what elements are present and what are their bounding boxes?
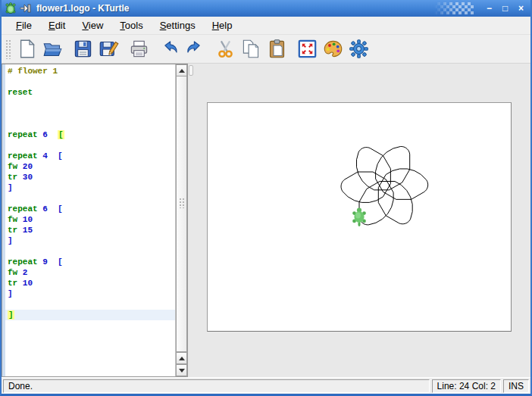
code-line[interactable]: fw 10 [5, 214, 175, 225]
code-line[interactable]: tr 10 [5, 278, 175, 288]
turtle-canvas [207, 102, 512, 332]
menu-view[interactable]: View [74, 17, 111, 33]
toolbar [2, 35, 530, 64]
menubar: FileEditViewToolsSettingsHelp [2, 17, 530, 35]
color-picker-button[interactable] [320, 36, 346, 62]
code-line[interactable]: tr 15 [5, 225, 175, 235]
kturtle-window: flower1.logo - KTurtle − □ × FileEditVie… [0, 0, 532, 396]
scroll-down-button[interactable] [176, 364, 187, 376]
kturtle-app-icon [5, 2, 17, 14]
titlebar[interactable]: flower1.logo - KTurtle − □ × [2, 0, 530, 17]
copy-icon [241, 39, 261, 59]
paste-button[interactable] [264, 36, 289, 62]
code-line[interactable]: # flower 1 [5, 66, 175, 76]
code-line[interactable] [5, 119, 175, 129]
titlebar-decoration [434, 2, 474, 14]
minimize-button[interactable]: − [483, 2, 496, 14]
code-area[interactable]: # flower 1 reset repeat 6 [ repeat 4 [fw… [5, 64, 175, 376]
code-line[interactable] [5, 108, 175, 119]
scrollbar-thumb[interactable] [176, 76, 187, 352]
undo-button[interactable] [156, 36, 182, 62]
scroll-up-button[interactable] [176, 64, 187, 76]
canvas-drawing [208, 103, 511, 331]
print-icon [129, 39, 149, 59]
copy-button[interactable] [238, 36, 264, 62]
pin-icon[interactable] [20, 2, 32, 14]
redo-button[interactable] [182, 36, 208, 62]
code-line[interactable] [5, 193, 175, 204]
full-screen-button[interactable] [294, 36, 320, 62]
code-line[interactable]: fw 2 [5, 267, 175, 278]
up-arrow-icon [179, 69, 185, 73]
code-line[interactable]: ] [5, 310, 175, 320]
open-file-button[interactable] [39, 36, 65, 62]
cut-button[interactable] [212, 36, 238, 62]
undo-icon [159, 39, 180, 59]
save-button[interactable] [70, 36, 95, 62]
code-line[interactable]: ] [5, 182, 175, 193]
menu-edit[interactable]: Edit [40, 17, 74, 33]
status-message: Done. [3, 379, 430, 393]
new-file-button[interactable] [14, 36, 39, 62]
gear-icon [349, 39, 369, 59]
code-line[interactable]: repeat 9 [ [5, 257, 175, 267]
execute-button[interactable] [346, 36, 371, 62]
save-icon [73, 39, 93, 59]
code-line[interactable]: ] [5, 235, 175, 246]
full-screen-icon [297, 39, 318, 59]
code-line[interactable] [5, 140, 175, 151]
canvas-panel [194, 64, 530, 377]
status-line-col: Line: 24 Col: 2 [432, 379, 501, 393]
code-line[interactable]: repeat 4 [ [5, 151, 175, 161]
thumb-grip-icon [179, 198, 184, 208]
code-line[interactable]: ] [5, 288, 175, 299]
save-as-icon [99, 39, 119, 59]
code-line[interactable] [5, 299, 175, 310]
window-title: flower1.logo - KTurtle [36, 3, 129, 14]
toolbar-handle[interactable] [5, 39, 11, 59]
code-line[interactable]: reset [5, 87, 175, 98]
save-as-button[interactable] [95, 36, 121, 62]
menu-file[interactable]: File [8, 17, 40, 33]
color-palette-icon [323, 39, 343, 59]
statusbar: Done. Line: 24 Col: 2 INS [2, 377, 530, 394]
menu-help[interactable]: Help [204, 17, 241, 33]
code-line[interactable]: repeat 6 [ [5, 204, 175, 214]
print-button[interactable] [126, 36, 152, 62]
menu-settings[interactable]: Settings [152, 17, 204, 33]
redo-icon [185, 39, 205, 59]
status-insert-mode: INS [503, 379, 529, 393]
code-line[interactable]: tr 30 [5, 172, 175, 182]
code-line[interactable]: repeat 6 [ [5, 129, 175, 140]
maximize-button[interactable]: □ [499, 2, 512, 14]
code-line[interactable] [5, 246, 175, 257]
open-folder-icon [42, 39, 63, 59]
paste-icon [267, 39, 287, 59]
editor-scrollbar[interactable] [175, 64, 187, 376]
code-line[interactable] [5, 76, 175, 87]
splitter[interactable] [188, 64, 194, 377]
close-button[interactable]: × [515, 2, 527, 14]
code-line[interactable]: fw 20 [5, 161, 175, 172]
code-editor[interactable]: # flower 1 reset repeat 6 [ repeat 4 [fw… [2, 64, 188, 377]
menu-tools[interactable]: Tools [111, 17, 151, 33]
code-line[interactable] [5, 98, 175, 108]
splitter-grip[interactable] [189, 65, 193, 76]
cut-icon [215, 39, 236, 59]
down-arrow-icon [179, 369, 185, 373]
new-file-icon [17, 39, 37, 59]
scroll-up-button-2[interactable] [176, 352, 187, 364]
main-area: # flower 1 reset repeat 6 [ repeat 4 [fw… [2, 64, 530, 377]
up-arrow-icon [179, 357, 185, 360]
